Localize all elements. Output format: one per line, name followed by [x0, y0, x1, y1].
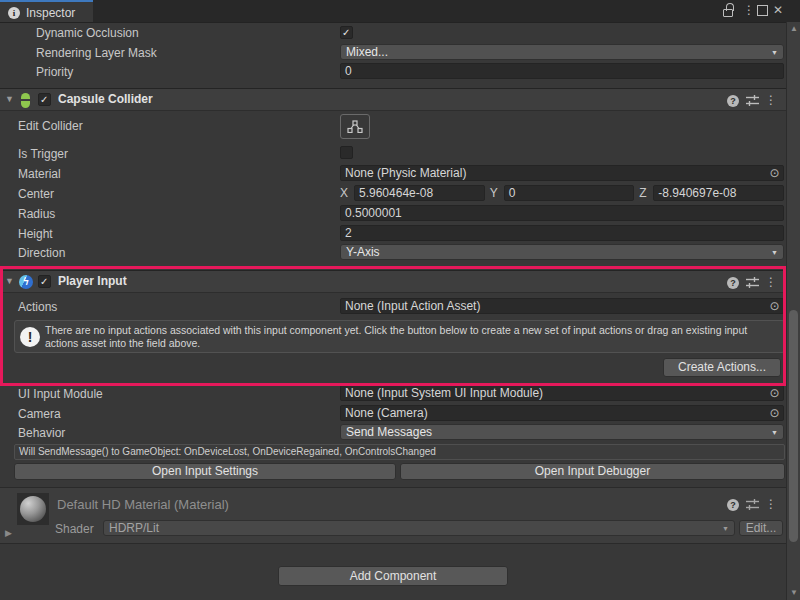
- radius-label: Radius: [18, 207, 55, 221]
- unlock-icon[interactable]: [722, 3, 734, 17]
- ui-input-module-object-field[interactable]: None (Input System UI Input Module) ⊙: [340, 385, 784, 401]
- center-label: Center: [18, 187, 54, 201]
- tab-bar: i Inspector ⋮ ✕: [0, 0, 800, 23]
- scrollbar-thumb[interactable]: [789, 310, 798, 542]
- scrollbar[interactable]: ▲ ▼: [786, 22, 800, 600]
- actions-object-field[interactable]: None (Input Action Asset) ⊙: [340, 298, 784, 314]
- presets-icon[interactable]: [746, 277, 760, 291]
- shader-edit-button[interactable]: Edit...: [739, 520, 783, 536]
- help-icon[interactable]: ?: [726, 497, 740, 511]
- chevron-down-icon: ▼: [771, 49, 778, 56]
- row-edit-collider: Edit Collider: [0, 117, 800, 135]
- help-glyph: ?: [727, 277, 739, 289]
- row-camera: Camera None (Camera) ⊙: [0, 405, 800, 423]
- window-menu-icon[interactable]: ⋮: [743, 3, 755, 17]
- shader-label: Shader: [55, 522, 94, 536]
- center-z-input[interactable]: -8.940697e-08: [653, 185, 784, 201]
- shader-dropdown[interactable]: HDRP/Lit ▼: [103, 520, 735, 536]
- material-preview[interactable]: [17, 493, 49, 525]
- height-input[interactable]: 2: [340, 225, 784, 241]
- shader-value: HDRP/Lit: [109, 521, 159, 535]
- check-icon: ✓: [40, 275, 48, 288]
- more-options-icon[interactable]: ⋮: [764, 275, 778, 289]
- ui-input-module-value: None (Input System UI Input Module): [345, 386, 543, 400]
- warning-glyph: !: [20, 327, 40, 347]
- behavior-dropdown[interactable]: Send Messages ▼: [340, 424, 784, 440]
- chevron-down-icon: ▼: [771, 249, 778, 256]
- row-rendering-layer-mask: Rendering Layer Mask Mixed... ▼: [0, 44, 800, 62]
- foldout-closed-icon[interactable]: ▶: [5, 528, 12, 539]
- create-actions-button[interactable]: Create Actions...: [663, 358, 781, 377]
- maximize-icon[interactable]: [757, 5, 768, 16]
- help-glyph: ?: [727, 499, 739, 511]
- material-header[interactable]: ▶ Default HD Material (Material) ? ⋮ Sha…: [0, 487, 786, 544]
- more-options-icon[interactable]: ⋮: [764, 93, 778, 107]
- direction-dropdown[interactable]: Y-Axis ▼: [340, 244, 784, 260]
- row-is-trigger: Is Trigger: [0, 145, 800, 163]
- player-input-enabled-checkbox[interactable]: ✓: [38, 275, 51, 288]
- help-icon[interactable]: ?: [726, 93, 740, 107]
- material-title: Default HD Material (Material): [57, 497, 229, 512]
- actions-label: Actions: [18, 300, 57, 314]
- dynamic-occlusion-checkbox[interactable]: ✓: [340, 26, 353, 39]
- camera-label: Camera: [18, 407, 61, 421]
- help-glyph: ?: [727, 95, 739, 107]
- row-behavior: Behavior Send Messages ▼: [0, 424, 800, 442]
- behavior-label: Behavior: [18, 426, 65, 440]
- capsule-collider-enabled-checkbox[interactable]: ✓: [38, 93, 51, 106]
- priority-input[interactable]: 0: [340, 63, 784, 79]
- open-input-debugger-button[interactable]: Open Input Debugger: [400, 463, 785, 480]
- rendering-layer-mask-value: Mixed...: [346, 45, 388, 59]
- actions-value: None (Input Action Asset): [345, 299, 480, 313]
- object-picker-icon[interactable]: ⊙: [768, 387, 781, 400]
- row-material: Material None (Physic Material) ⊙: [0, 165, 800, 183]
- presets-icon[interactable]: [746, 499, 760, 513]
- is-trigger-checkbox[interactable]: [340, 146, 353, 159]
- object-picker-icon[interactable]: ⊙: [768, 300, 781, 313]
- height-label: Height: [18, 227, 53, 241]
- x-axis-label: X: [340, 185, 349, 201]
- edit-collider-button[interactable]: [340, 114, 370, 139]
- presets-icon[interactable]: [746, 95, 760, 109]
- scroll-up-icon[interactable]: ▲: [787, 23, 800, 35]
- material-object-field[interactable]: None (Physic Material) ⊙: [340, 165, 784, 181]
- center-y-input[interactable]: 0: [504, 185, 635, 201]
- warning-text: There are no input actions associated wi…: [45, 324, 784, 350]
- capsule-collider-icon: [21, 93, 30, 108]
- object-picker-icon[interactable]: ⊙: [768, 407, 781, 420]
- behavior-value: Send Messages: [346, 425, 432, 439]
- camera-value: None (Camera): [345, 406, 428, 420]
- help-icon[interactable]: ?: [726, 275, 740, 289]
- add-component-button[interactable]: Add Component: [278, 566, 508, 586]
- row-priority: Priority 0: [0, 63, 800, 81]
- is-trigger-label: Is Trigger: [18, 147, 68, 161]
- more-options-icon[interactable]: ⋮: [764, 497, 778, 511]
- foldout-open-icon[interactable]: ▼: [5, 276, 14, 287]
- direction-value: Y-Axis: [346, 245, 380, 259]
- tab-title: Inspector: [26, 6, 75, 20]
- ui-input-module-label: UI Input Module: [18, 387, 103, 401]
- player-input-header[interactable]: ▼ ϟ ✓ Player Input ? ⋮: [0, 270, 786, 293]
- z-axis-label: Z: [639, 185, 648, 201]
- rendering-layer-mask-dropdown[interactable]: Mixed... ▼: [340, 44, 784, 60]
- object-picker-icon[interactable]: ⊙: [768, 167, 781, 180]
- capsule-collider-title: Capsule Collider: [58, 92, 153, 106]
- camera-object-field[interactable]: None (Camera) ⊙: [340, 405, 784, 421]
- foldout-open-icon[interactable]: ▼: [5, 94, 14, 105]
- scroll-down-icon[interactable]: ▼: [787, 587, 800, 599]
- input-actions-warning-box: ! There are no input actions associated …: [14, 320, 785, 353]
- y-axis-label: Y: [490, 185, 499, 201]
- rendering-layer-mask-label: Rendering Layer Mask: [36, 46, 157, 60]
- check-icon: ✓: [40, 93, 48, 106]
- row-actions: Actions None (Input Action Asset) ⊙: [0, 298, 800, 316]
- row-radius: Radius 0.5000001: [0, 205, 800, 223]
- material-value: None (Physic Material): [345, 166, 466, 180]
- close-icon[interactable]: ✕: [773, 3, 783, 17]
- capsule-collider-header[interactable]: ▼ ✓ Capsule Collider ? ⋮: [0, 88, 786, 111]
- tab-inspector[interactable]: i Inspector: [0, 0, 93, 22]
- radius-input[interactable]: 0.5000001: [340, 205, 784, 221]
- row-dynamic-occlusion: Dynamic Occlusion ✓: [0, 24, 800, 42]
- edit-collider-icon: [347, 120, 363, 133]
- open-input-settings-button[interactable]: Open Input Settings: [14, 463, 396, 480]
- center-x-input[interactable]: 5.960464e-08: [354, 185, 485, 201]
